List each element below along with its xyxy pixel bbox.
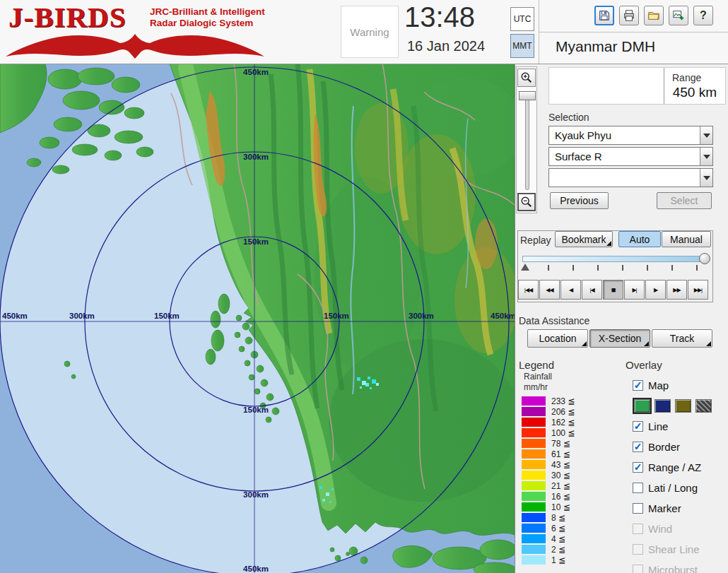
svg-text:300km: 300km: [243, 490, 269, 499]
svg-text:300km: 300km: [69, 312, 95, 320]
replay-timeline-knob[interactable]: [699, 253, 710, 264]
legend-units: Rainfall mm/hr: [524, 372, 552, 393]
svg-text:300km: 300km: [243, 153, 269, 161]
print-icon: [623, 9, 635, 22]
playback-step-forward-button[interactable]: ▶|: [624, 280, 645, 300]
open-folder-button[interactable]: [644, 6, 664, 25]
range-value: 450 km: [673, 85, 717, 100]
export-image-icon: [672, 9, 685, 22]
playback-controls: |◀◀◀◀◀|◀■▶|▶▶▶▶▶|: [518, 280, 708, 300]
map-color-swatches: [633, 396, 727, 416]
button-label: Track: [670, 333, 694, 344]
overlay-item-lati-long: Lati / Long: [633, 478, 727, 498]
playback-back-button[interactable]: ◀: [560, 280, 581, 300]
checkbox-wind: [633, 524, 643, 534]
timeline-tick: [696, 265, 698, 271]
app-logo-subtitle: JRC-Brilliant & Intelligent Radar Dialog…: [150, 6, 265, 29]
playback-last-button[interactable]: ▶▶|: [688, 280, 708, 300]
folder-icon: [647, 9, 660, 22]
save-button[interactable]: [594, 6, 614, 25]
svg-text:450km: 450km: [243, 565, 269, 573]
checkbox-marker[interactable]: [633, 503, 643, 514]
playback-forward-button[interactable]: ▶: [645, 280, 666, 300]
manual-mode-button[interactable]: Manual: [662, 231, 711, 247]
map-color-swatch-0[interactable]: [634, 399, 650, 413]
control-panel: Range 450 km Selection Kyauk Phyu Surfac…: [515, 64, 728, 573]
zoom-in-button[interactable]: [517, 69, 536, 87]
app-logo-subtitle-line2: Radar Dialogic System: [150, 18, 265, 29]
checkbox-map[interactable]: ✓: [633, 380, 643, 391]
option-select-arrow-button[interactable]: [700, 169, 712, 187]
zoom-out-button[interactable]: [517, 193, 536, 211]
legend-threshold-value: 4 ≦: [551, 534, 582, 544]
location-button[interactable]: Location: [527, 329, 588, 348]
select-button[interactable]: Select: [657, 192, 712, 209]
zoom-control-column: [516, 66, 537, 213]
track-button[interactable]: Track: [652, 329, 712, 348]
legend-row: 2 ≦: [522, 544, 582, 555]
overlay-item-label: Line: [648, 420, 668, 432]
previous-button[interactable]: Previous: [550, 192, 609, 209]
print-button[interactable]: [619, 6, 639, 25]
bookmark-button[interactable]: Bookmark: [555, 231, 613, 247]
option-select-dropdown[interactable]: [548, 168, 713, 187]
timeline-start-marker-icon: [521, 264, 529, 271]
replay-timeline-track[interactable]: [522, 256, 708, 262]
replay-label: Replay: [520, 235, 551, 246]
overlay-item-label: Microburst: [648, 564, 698, 573]
legend-threshold-value: 233 ≦: [551, 396, 582, 406]
legend-row: 43 ≦: [522, 459, 582, 470]
map-color-swatch-2[interactable]: [675, 399, 691, 413]
utc-toggle-button[interactable]: UTC: [510, 7, 534, 31]
legend-row: 10 ≦: [522, 502, 582, 512]
auto-mode-button[interactable]: Auto: [618, 231, 661, 247]
bookmark-button-label: Bookmark: [561, 234, 606, 245]
timeline-tick: [573, 265, 574, 271]
overlay-item-range-az: ✓Range / AZ: [633, 457, 727, 478]
map-color-swatch-3[interactable]: [695, 399, 712, 413]
legend-color-swatch: [522, 418, 546, 427]
mmt-toggle-button[interactable]: MMT: [510, 34, 534, 58]
timeline-tick: [671, 265, 673, 271]
overlay-item-label: Wind: [648, 523, 672, 535]
station-title: Myanmar DMH: [556, 38, 655, 55]
legend-row: 4 ≦: [522, 533, 582, 544]
export-image-button[interactable]: [669, 6, 688, 25]
product-select-dropdown[interactable]: Surface R: [548, 147, 713, 166]
checkbox-lati-long[interactable]: [633, 483, 643, 493]
map-color-swatch-1[interactable]: [654, 399, 671, 413]
checkbox-line[interactable]: ✓: [633, 421, 643, 432]
legend-threshold-value: 10 ≦: [551, 502, 582, 512]
site-select-arrow-button[interactable]: [700, 126, 712, 144]
radar-map-canvas[interactable]: 450km300km150km150km300km450km450km300km…: [0, 64, 515, 573]
legend-color-swatch: [522, 407, 546, 416]
overlay-item-label: Map: [648, 379, 669, 391]
legend-threshold-value: 30 ≦: [551, 471, 582, 480]
legend-color-swatch: [522, 471, 546, 480]
x-section-button[interactable]: X-Section: [589, 329, 650, 348]
zoom-slider-track[interactable]: [525, 91, 529, 190]
playback-stop-button[interactable]: ■: [603, 280, 623, 300]
timeline-tick: [548, 265, 549, 271]
checkbox-range-az[interactable]: ✓: [633, 462, 643, 473]
help-button[interactable]: ?: [693, 6, 713, 25]
product-select-arrow-button[interactable]: [700, 148, 712, 165]
range-label: Range: [672, 72, 701, 83]
magnifier-minus-icon: [520, 196, 533, 208]
site-select-dropdown[interactable]: Kyauk Phyu: [548, 126, 713, 145]
overlay-item-line: ✓Line: [633, 416, 727, 437]
playback-first-button[interactable]: |◀◀: [518, 280, 539, 300]
playback-step-back-button[interactable]: |◀: [582, 280, 602, 300]
legend-threshold-value: 2 ≦: [551, 545, 582, 555]
warning-label: Warning: [350, 26, 389, 38]
save-icon: [598, 9, 611, 22]
playback-fast-forward-button[interactable]: ▶▶: [667, 280, 687, 300]
zoom-slider-handle[interactable]: [519, 91, 536, 100]
legend-threshold-value: 78 ≦: [551, 439, 582, 449]
legend-threshold-value: 43 ≦: [551, 460, 582, 470]
playback-rewind-button[interactable]: ◀◀: [539, 280, 560, 300]
legend-row: 78 ≦: [522, 438, 582, 449]
warning-indicator[interactable]: Warning: [341, 6, 399, 58]
checkbox-shear-line: [633, 544, 643, 555]
checkbox-border[interactable]: ✓: [633, 442, 643, 452]
